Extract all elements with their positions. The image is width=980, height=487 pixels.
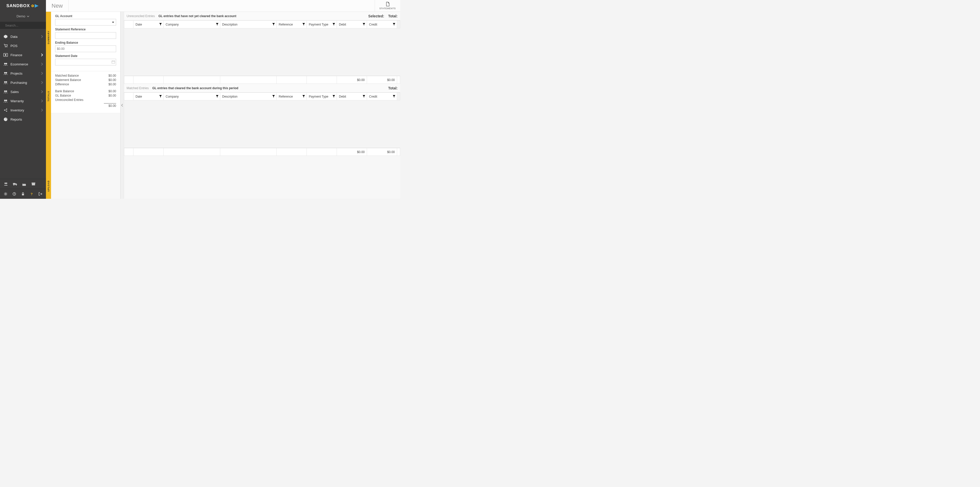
nav-finance[interactable]: Finance [0,50,46,59]
factory-icon[interactable] [22,182,27,186]
col-company[interactable]: Company [164,21,220,28]
col-credit[interactable]: Credit [367,21,397,28]
filter-icon[interactable] [332,23,335,26]
matched-label: Matched Balance [55,74,79,77]
filter-icon[interactable] [159,23,162,26]
footer-credit: $0.00 [367,148,397,156]
statements-button[interactable]: STATEMENTS [375,0,400,11]
svg-point-1 [32,5,33,6]
scrollbar[interactable] [397,21,400,28]
col-payment-type[interactable]: Payment Type [307,21,337,28]
matched-grid-body[interactable] [124,101,400,148]
nav-warranty[interactable]: Warranty [0,96,46,105]
tab-upload[interactable]: UPLOAD [46,129,51,199]
panel-collapse-toggle[interactable] [121,12,124,199]
svg-rect-23 [13,183,15,184]
truck-icon[interactable] [13,182,18,186]
lock-icon[interactable] [21,192,25,196]
tenant-switcher[interactable]: Demo [0,12,46,22]
nav-projects[interactable]: Projects [0,69,46,78]
nav-label: Reports [11,118,22,121]
svg-point-24 [14,185,14,186]
search-box[interactable] [0,22,46,29]
svg-point-12 [4,81,6,83]
nav-data[interactable]: Data [0,32,46,41]
clock-icon[interactable] [12,192,16,196]
search-input[interactable] [5,24,48,27]
nav-ecommerce[interactable]: Ecommerce [0,59,46,69]
filter-icon[interactable] [159,95,162,98]
brand-logo: SANDBOX [0,0,46,12]
nav-reports[interactable]: Reports [0,115,46,124]
tab-totals[interactable]: TOTALS [46,63,51,129]
svg-text:?: ? [30,192,33,196]
svg-point-13 [6,81,7,83]
filter-icon[interactable] [302,95,305,98]
users-icon [3,81,8,84]
ending-balance-input[interactable] [55,45,116,52]
share-icon [3,108,8,112]
gl-account-select[interactable] [55,19,116,26]
gl-account-label: GL Account [55,14,116,18]
gear-icon[interactable] [3,192,8,196]
nav-label: Ecommerce [11,62,28,66]
col-company[interactable]: Company [164,93,220,101]
stmt-date-label: Statement Date [55,54,116,58]
svg-point-4 [5,47,6,48]
col-debit[interactable]: Debit [337,21,367,28]
svg-rect-32 [112,61,115,63]
ending-balance-label: Ending Balance [55,41,116,45]
nav-pos[interactable]: POS [0,41,46,50]
filter-icon[interactable] [363,95,365,98]
diff-label: Difference [55,83,69,86]
unreconciled-grid-body[interactable] [124,28,400,76]
unreconciled-grid-footer: $0.00 $0.00 [124,76,400,84]
filter-icon[interactable] [302,23,305,26]
col-reference[interactable]: Reference [277,21,307,28]
filter-icon[interactable] [363,23,365,26]
col-reference[interactable]: Reference [277,93,307,101]
users-icon[interactable] [3,182,8,186]
filter-icon[interactable] [216,95,218,98]
matched-value: $0.00 [108,74,116,77]
filter-icon[interactable] [332,95,335,98]
col-date[interactable]: Date [134,93,164,101]
archive-icon[interactable] [31,182,36,186]
question-icon[interactable]: ? [30,192,34,196]
col-debit[interactable]: Debit [337,93,367,101]
nav-purchasing[interactable]: Purchasing [0,78,46,87]
tab-summary[interactable]: SUMMARY [46,12,51,63]
stmtbal-label: Statement Balance [55,78,81,82]
col-checkbox[interactable] [124,93,134,101]
users-icon [3,90,8,94]
calendar-icon[interactable] [111,60,115,64]
svg-point-20 [6,111,7,112]
filter-icon[interactable] [272,23,275,26]
total-label: Total: [388,14,398,18]
stmt-ref-label: Statement Reference [55,27,116,31]
selected-label: Selected: [368,14,384,18]
filter-icon[interactable] [393,95,395,98]
col-payment-type[interactable]: Payment Type [307,93,337,101]
svg-point-5 [6,47,7,48]
stmt-ref-input[interactable] [55,32,116,39]
logout-icon[interactable] [38,192,42,196]
side-tabs: SUMMARY TOTALS UPLOAD [46,12,51,199]
stmt-date-input[interactable] [55,59,116,65]
svg-point-11 [6,72,7,73]
col-description[interactable]: Description [220,93,277,101]
col-date[interactable]: Date [134,21,164,28]
col-credit[interactable]: Credit [367,93,397,101]
col-description[interactable]: Description [220,21,277,28]
filter-icon[interactable] [272,95,275,98]
filter-icon[interactable] [393,23,395,26]
nav-sales[interactable]: Sales [0,87,46,96]
nav-inventory[interactable]: Inventory [0,105,46,115]
chevron-right-icon [41,90,43,93]
col-checkbox[interactable] [124,21,134,28]
nav-label: Projects [11,72,22,75]
svg-point-16 [4,100,6,101]
filter-icon[interactable] [216,23,218,26]
scrollbar[interactable] [397,93,400,101]
nav-label: Sales [11,90,19,94]
